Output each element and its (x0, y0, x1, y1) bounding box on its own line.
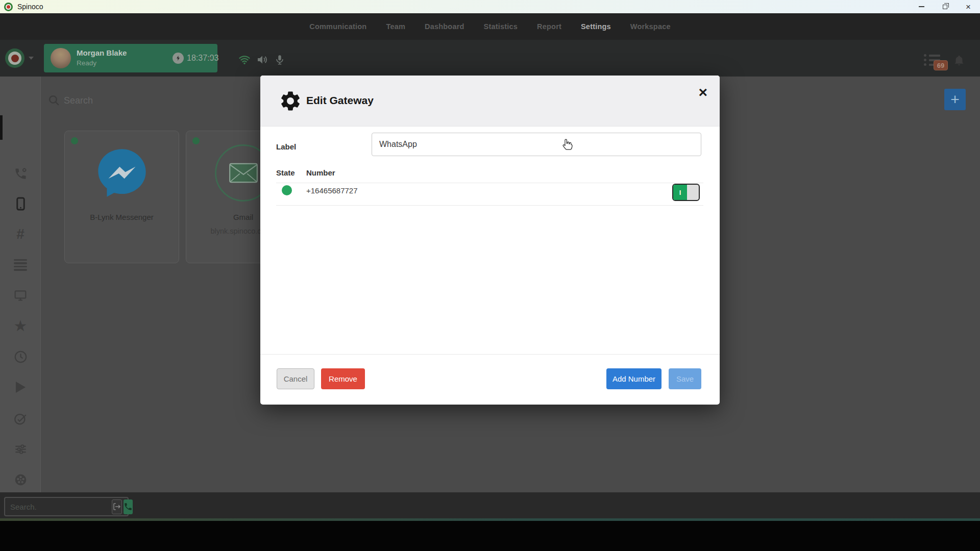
sidebar-item-filters[interactable] (0, 437, 41, 461)
queue-lines-icon (14, 258, 27, 272)
status-dot (71, 137, 78, 144)
label-field-label: Label (276, 142, 296, 151)
window-titlebar: Spinoco × (0, 0, 980, 13)
mobile-phone-icon (14, 197, 28, 211)
gateway-label-input[interactable] (372, 133, 701, 156)
remove-button[interactable]: Remove (321, 368, 365, 389)
nav-item-settings[interactable]: Settings (581, 22, 611, 31)
minimize-icon (919, 6, 924, 7)
transfer-icon (112, 502, 121, 511)
call-button[interactable] (124, 499, 133, 514)
logo-dropdown-caret-icon[interactable] (29, 57, 34, 60)
gear-icon (279, 89, 302, 113)
sidebar-item-tasks-done[interactable] (0, 407, 41, 430)
sidebar-item-gateways[interactable] (0, 192, 41, 215)
save-button: Save (669, 368, 701, 389)
cancel-button[interactable]: Cancel (277, 368, 314, 389)
user-status-panel[interactable]: Morgan Blake Ready 18:37:03 (44, 44, 217, 72)
main-nav: Communication Team Dashboard Statistics … (0, 13, 980, 40)
clock-icon (14, 350, 28, 364)
sidebar-item-history[interactable] (0, 345, 41, 368)
sidebar-item-desktop[interactable] (0, 284, 41, 307)
reel-icon (14, 473, 28, 487)
divider (276, 205, 703, 206)
phone-gear-icon (14, 167, 28, 181)
add-gateway-button[interactable]: + (944, 89, 966, 110)
column-header-state: State (276, 168, 295, 177)
user-name: Morgan Blake (77, 48, 127, 57)
notification-count-badge: 69 (934, 60, 948, 70)
add-number-button[interactable]: Add Number (606, 368, 662, 389)
nav-item-team[interactable]: Team (386, 22, 405, 31)
microphone-icon[interactable] (274, 54, 285, 68)
application-window: Spinoco × Communication Team Dashboard S… (0, 0, 980, 551)
edit-gateway-modal: Edit Gateway × Label State Number +16465… (260, 76, 720, 405)
sidebar-item-media[interactable] (0, 468, 41, 491)
status-dropdown-caret-icon[interactable] (207, 57, 212, 60)
sidebar-item-favorites[interactable]: ★ (0, 314, 41, 338)
transfer-button[interactable] (112, 499, 122, 514)
divider (276, 183, 703, 183)
search-icon (47, 94, 60, 109)
monitor-icon (13, 289, 28, 302)
nav-item-dashboard[interactable]: Dashboard (425, 22, 464, 31)
messenger-icon (93, 144, 151, 202)
star-icon: ★ (14, 318, 28, 334)
gateway-card-blynk-messenger[interactable]: B-Lynk Messenger (64, 131, 179, 263)
activity-bolt-icon (173, 53, 184, 64)
modal-header: Edit Gateway × (260, 76, 720, 127)
settings-sidebar: # ★ (0, 77, 41, 492)
spinoco-menu-logo-icon[interactable] (5, 48, 24, 68)
phone-icon (124, 502, 133, 511)
active-item-indicator (0, 115, 3, 140)
hashtag-icon: # (16, 227, 24, 241)
notifications-bell-icon[interactable] (952, 54, 966, 69)
speaker-icon[interactable] (256, 54, 268, 68)
bottom-strip (0, 521, 980, 551)
play-icon (16, 382, 26, 393)
user-status: Ready (77, 59, 96, 67)
modal-close-icon[interactable]: × (698, 85, 707, 100)
sidebar-item-channels[interactable]: # (0, 222, 41, 246)
user-avatar (51, 48, 71, 68)
number-value: +16465687727 (306, 186, 358, 195)
number-enabled-toggle[interactable]: I (672, 184, 700, 201)
nav-item-workspace[interactable]: Workspace (630, 22, 671, 31)
nav-item-communication[interactable]: Communication (309, 22, 366, 31)
dialer-bar (0, 492, 980, 518)
nav-item-report[interactable]: Report (537, 22, 561, 31)
sidebar-item-call-settings[interactable] (0, 162, 41, 185)
card-title: B-Lynk Messenger (65, 213, 179, 221)
number-state-dot (282, 185, 292, 195)
nav-item-statistics[interactable]: Statistics (484, 22, 518, 31)
check-circle-icon (13, 412, 28, 425)
close-icon: × (966, 3, 971, 11)
gateway-search-input[interactable] (64, 93, 217, 108)
dialer-search-input[interactable] (5, 499, 112, 514)
maximize-icon (943, 5, 947, 9)
sliders-icon (14, 442, 28, 456)
network-wifi-icon (238, 54, 251, 68)
minimize-button[interactable] (910, 0, 933, 13)
toggle-on-label: I (673, 185, 687, 200)
sidebar-item-playback[interactable] (0, 375, 41, 399)
status-dot (192, 137, 200, 144)
sidebar-item-queues[interactable] (0, 253, 41, 277)
agent-toolbar: Morgan Blake Ready 18:37:03 (0, 40, 980, 77)
status-timer: 18:37:03 (187, 54, 218, 63)
column-header-number: Number (306, 168, 335, 177)
spinoco-logo-icon (4, 3, 13, 11)
footer-divider (260, 354, 720, 355)
maximize-button[interactable] (933, 0, 957, 13)
window-title: Spinoco (17, 3, 43, 11)
close-window-button[interactable]: × (957, 0, 980, 13)
dialer-group (4, 497, 129, 516)
modal-title: Edit Gateway (306, 94, 374, 107)
